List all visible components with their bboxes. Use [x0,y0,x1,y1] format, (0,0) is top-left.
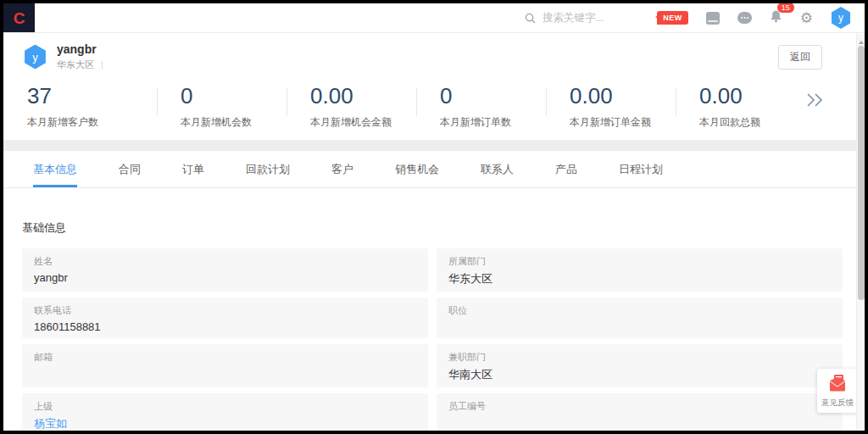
stat-value: 0.00 [310,84,416,109]
tab-payment-plan[interactable]: 回款计划 [246,151,290,187]
stat-new-customers: 37 本月新增客户数 [27,81,157,130]
stat-label: 本月新增订单金额 [570,115,676,130]
field-position[interactable]: 职位 [437,298,843,338]
field-department[interactable]: 所属部门 华东大区 [437,248,843,292]
envelope-feedback-icon [827,374,848,392]
main-content: 基础信息 姓名 yangbr 所属部门 华东大区 联系电话 1860115888… [3,220,865,431]
back-button[interactable]: 返回 [778,45,822,70]
fields-grid: 姓名 yangbr 所属部门 华东大区 联系电话 18601158881 职位 … [22,248,843,431]
app-logo[interactable]: C [3,3,35,32]
profile-avatar: y [24,45,47,70]
tab-schedule[interactable]: 日程计划 [619,151,663,187]
chat-icon[interactable] [737,12,752,24]
notification-count-badge: 15 [776,3,795,14]
profile-name: yangbr [57,42,103,56]
stat-label: 本月新增订单数 [440,115,546,130]
scroll-up-arrow[interactable] [859,38,864,44]
profile-info: yangbr 华东大区| [57,42,103,71]
field-label: 上级 [34,400,416,413]
feedback-label: 意见反馈 [820,398,855,409]
field-value: 18601158881 [34,320,416,333]
top-bar: C 搜索关键字... NEW 15 ⚙ y [3,3,865,33]
field-label: 职位 [448,304,831,317]
stat-payment-total: 0.00 本月回款总额 [676,81,805,130]
field-value: 华南大区 [448,367,831,382]
stat-label: 本月新增客户数 [27,115,157,130]
stat-label: 本月新增机会金额 [310,115,416,130]
stat-value: 37 [27,84,157,109]
field-label: 员工编号 [448,400,831,413]
field-employee-id[interactable]: 员工编号 [437,393,843,431]
field-secondary-department[interactable]: 兼职部门 华南大区 [437,344,843,387]
field-label: 姓名 [34,255,416,268]
tab-contracts[interactable]: 合同 [119,151,141,187]
stats-row: 37 本月新增客户数 0 本月新增机会数 0.00 本月新增机会金额 0 本月新… [3,81,865,140]
section-separator [3,140,865,151]
vertical-scrollbar[interactable] [856,34,865,431]
field-phone[interactable]: 联系电话 18601158881 [22,298,428,338]
stat-value: 0 [440,84,546,109]
field-value [34,367,416,380]
department-divider: | [101,59,103,70]
double-chevron-right-icon [805,92,824,108]
app-logo-letter: C [14,10,25,26]
supervisor-link[interactable]: 杨宝如 [34,416,416,431]
profile-department: 华东大区| [57,58,103,71]
field-label: 联系电话 [34,304,416,317]
field-supervisor[interactable]: 上级 杨宝如 [22,393,428,431]
top-bar-actions: NEW 15 ⚙ y [657,7,865,29]
search-icon [525,13,536,24]
new-badge[interactable]: NEW [657,11,688,25]
field-label: 邮箱 [34,351,416,364]
app-window: C 搜索关键字... NEW 15 ⚙ y y yangbr 华东大区| 返回 … [3,3,865,431]
tab-products[interactable]: 产品 [555,151,577,187]
stat-new-opportunities: 0 本月新增机会数 [157,81,287,130]
tab-bar: 基本信息 合同 订单 回款计划 客户 销售机会 联系人 产品 日程计划 [3,151,865,188]
field-label: 所属部门 [448,255,831,268]
stat-label: 本月回款总额 [699,115,805,130]
field-value [448,320,831,333]
field-value: yangbr [34,271,416,284]
stat-label: 本月新增机会数 [181,115,287,130]
profile-header: y yangbr 华东大区| 返回 [3,33,865,81]
scrollbar-thumb[interactable] [858,46,865,300]
field-value: 华东大区 [448,271,831,287]
tab-contacts[interactable]: 联系人 [481,151,514,187]
user-avatar[interactable]: y [831,7,851,29]
field-value [448,416,831,429]
notifications-button[interactable]: 15 [770,9,782,26]
section-title: 基础信息 [22,220,843,236]
field-email[interactable]: 邮箱 [22,344,428,387]
search-placeholder: 搜索关键字... [542,11,604,25]
tab-basic-info[interactable]: 基本信息 [33,151,77,187]
tab-orders[interactable]: 订单 [182,151,204,187]
stat-value: 0.00 [570,84,676,109]
stat-value: 0 [181,84,287,109]
stat-opportunity-amount: 0.00 本月新增机会金额 [287,81,416,130]
stat-order-amount: 0.00 本月新增订单金额 [546,81,676,130]
tab-customers[interactable]: 客户 [331,151,353,187]
tab-sales-opportunities[interactable]: 销售机会 [395,151,439,187]
stat-new-orders: 0 本月新增订单数 [416,81,546,130]
field-label: 兼职部门 [448,351,831,364]
stat-value: 0.00 [699,84,805,109]
notebook-icon[interactable] [706,12,720,25]
feedback-button[interactable]: 意见反馈 [817,369,858,413]
field-name[interactable]: 姓名 yangbr [22,248,428,292]
gear-icon[interactable]: ⚙ [800,11,813,25]
global-search[interactable]: 搜索关键字... [525,11,604,25]
